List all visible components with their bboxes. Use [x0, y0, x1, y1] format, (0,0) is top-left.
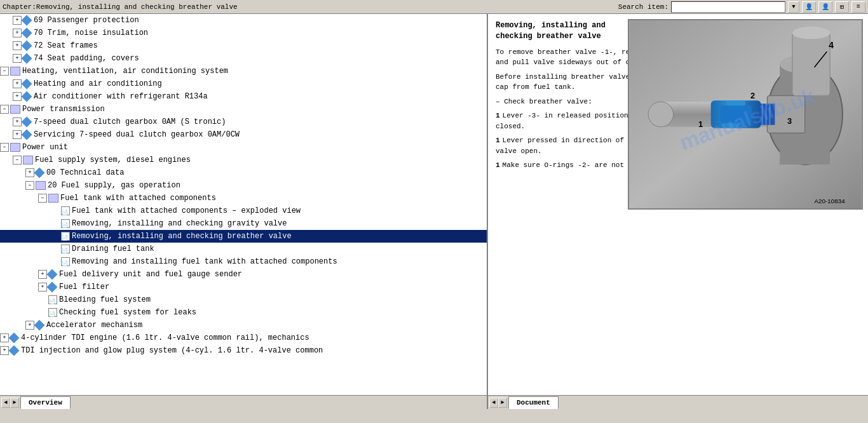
right-left-arrow-btn[interactable]: ◄ [489, 398, 498, 408]
tree-item-breather[interactable]: 📄 Removing, installing and checking brea… [0, 230, 487, 243]
expand-icon[interactable]: + [13, 16, 22, 25]
tree-item-hvac[interactable]: – Heating, ventilation, air conditioning… [0, 65, 487, 77]
diamond-icon [22, 53, 32, 64]
expand-icon[interactable]: + [13, 41, 22, 50]
document-tab[interactable]: Document [508, 396, 559, 409]
right-right-arrow-btn[interactable]: ► [498, 398, 507, 408]
tree-label: 69 Passenger protection [34, 15, 139, 26]
diamond-icon [47, 282, 58, 293]
svg-text:3: 3 [787, 116, 792, 126]
tree-item-powertrans[interactable]: – Power transmission [0, 103, 487, 116]
left-arrow-btn[interactable]: ◄ [1, 398, 10, 408]
expand-icon[interactable]: + [13, 130, 22, 139]
expand-icon[interactable]: + [13, 117, 22, 126]
book-icon [23, 156, 33, 164]
tree-label: Fuel tank with attached components – exp… [72, 205, 301, 217]
tree-item-filter[interactable]: + Fuel filter [0, 281, 487, 293]
doc-icon: 📄 [61, 245, 70, 253]
tree-item-7speed[interactable]: + 7-speed dual clutch gearbox 0AM (S tro… [0, 116, 487, 128]
spacer [51, 205, 60, 217]
search-input[interactable] [671, 1, 785, 13]
doc-icon: 📄 [48, 295, 57, 304]
expand-icon[interactable]: + [38, 270, 47, 279]
tree-label: Draining fuel tank [72, 243, 154, 255]
right-arrow-btn[interactable]: ► [10, 398, 19, 408]
expand-icon[interactable]: – [0, 105, 9, 114]
expand-icon[interactable]: + [13, 92, 22, 101]
expand-icon[interactable]: + [13, 29, 22, 37]
expand-icon[interactable]: + [25, 321, 34, 330]
tree-item-bleeding[interactable]: 📄 Bleeding fuel system [0, 293, 487, 306]
tree-label: Accelerator mechanism [46, 319, 142, 331]
tree-item-powerunit[interactable]: – Power unit [0, 141, 487, 154]
tree-label: 70 Trim, noise insulation [34, 27, 148, 39]
diamond-icon [9, 346, 20, 356]
diamond-icon [22, 41, 32, 51]
tree-scroll[interactable]: + 69 Passenger protection + 70 Trim, noi… [0, 14, 487, 395]
expand-icon[interactable]: – [13, 156, 22, 164]
tree-item-heating[interactable]: + Heating and air conditioning [0, 77, 487, 90]
tree-label: 7-speed dual clutch gearbox 0AM (S troni… [34, 116, 226, 128]
tree-item-20fuel[interactable]: – 20 Fuel supply, gas operation [0, 179, 487, 192]
expand-icon[interactable]: – [0, 67, 9, 76]
expand-icon[interactable]: + [0, 346, 9, 355]
nav-btn[interactable]: ⊞ [835, 1, 849, 13]
tree-item-exploded[interactable]: 📄 Fuel tank with attached components – e… [0, 205, 487, 217]
book-icon [10, 143, 20, 152]
expand-icon[interactable]: + [13, 54, 22, 63]
tree-item-fueltank[interactable]: – Fuel tank with attached components [0, 192, 487, 205]
tree-item-74[interactable]: + 74 Seat padding, covers [0, 52, 487, 65]
tree-label: 4-cylinder TDI engine (1.6 ltr. 4-valve … [21, 332, 309, 344]
tree-item-service7speed[interactable]: + Servicing 7-speed dual clutch gearbox … [0, 128, 487, 141]
tree-item-delivery[interactable]: + Fuel delivery unit and fuel gauge send… [0, 268, 487, 281]
doc-icon: 📄 [61, 232, 70, 241]
expand-icon[interactable]: + [13, 79, 22, 88]
menu-btn[interactable]: ≡ [851, 1, 865, 13]
tree-container: + 69 Passenger protection + 70 Trim, noi… [0, 14, 487, 395]
diamond-icon [9, 333, 20, 344]
tree-item-tdi[interactable]: + TDI injection and glow plug system (4-… [0, 344, 487, 357]
tree-item-fuelsupply[interactable]: – Fuel supply system, diesel engines [0, 154, 487, 166]
tree-label: Removing and installing fuel tank with a… [72, 256, 337, 267]
doc-icon: 📄 [48, 308, 57, 317]
svg-point-5 [648, 102, 673, 126]
doc-icon: 📄 [61, 257, 70, 266]
tree-label: 00 Technical data [46, 167, 124, 178]
tree-item-draining[interactable]: 📄 Draining fuel tank [0, 243, 487, 255]
tree-item-72[interactable]: + 72 Seat frames [0, 39, 487, 52]
tree-label: Fuel tank with attached components [60, 192, 216, 204]
tree-label: Servicing 7-speed dual clutch gearbox 0A… [34, 129, 240, 140]
diamond-icon [22, 117, 32, 128]
left-panel: + 69 Passenger protection + 70 Trim, noi… [0, 14, 488, 409]
tree-item-70[interactable]: + 70 Trim, noise insulation [0, 27, 487, 39]
tree-item-4cyl[interactable]: + 4-cylinder TDI engine (1.6 ltr. 4-valv… [0, 332, 487, 344]
expand-icon[interactable]: – [38, 194, 47, 203]
left-nav-arrows: ◄ ► [0, 396, 20, 409]
tree-label: Fuel filter [59, 281, 109, 293]
tree-item-checking[interactable]: 📄 Checking fuel system for leaks [0, 306, 487, 319]
svg-text:4: 4 [829, 40, 834, 50]
spacer [38, 307, 47, 318]
expand-icon[interactable]: + [25, 168, 34, 177]
valve-image: 4 3 2 1 manualslib.uk A20-10834 [628, 19, 863, 210]
tree-item-gravity[interactable]: 📄 Removing, installing and checking grav… [0, 217, 487, 230]
expand-icon[interactable]: + [0, 333, 9, 342]
user-icon-btn[interactable]: 👤 [802, 1, 816, 13]
overview-tab[interactable]: Overview [20, 396, 71, 409]
search-dropdown[interactable]: ▼ [788, 1, 799, 13]
book-icon [10, 67, 20, 76]
tree-label: Removing, installing and checking gravit… [72, 218, 287, 229]
expand-icon[interactable]: – [25, 181, 34, 190]
expand-icon[interactable]: + [38, 283, 47, 292]
svg-rect-14 [792, 33, 830, 96]
book-icon [48, 194, 58, 203]
tree-item-ac[interactable]: + Air conditioner with refrigerant R134a [0, 90, 487, 103]
user2-icon-btn[interactable]: 👤 [818, 1, 832, 13]
tree-item-removetank[interactable]: 📄 Removing and installing fuel tank with… [0, 255, 487, 268]
tree-item-techdata[interactable]: + 00 Technical data [0, 166, 487, 179]
tree-item-accel[interactable]: + Accelerator mechanism [0, 319, 487, 332]
tree-item-69[interactable]: + 69 Passenger protection [0, 14, 487, 27]
tree-label: Heating and air conditioning [34, 78, 162, 90]
tree-label: Removing, installing and checking breath… [72, 231, 292, 242]
expand-icon[interactable]: – [0, 143, 9, 152]
